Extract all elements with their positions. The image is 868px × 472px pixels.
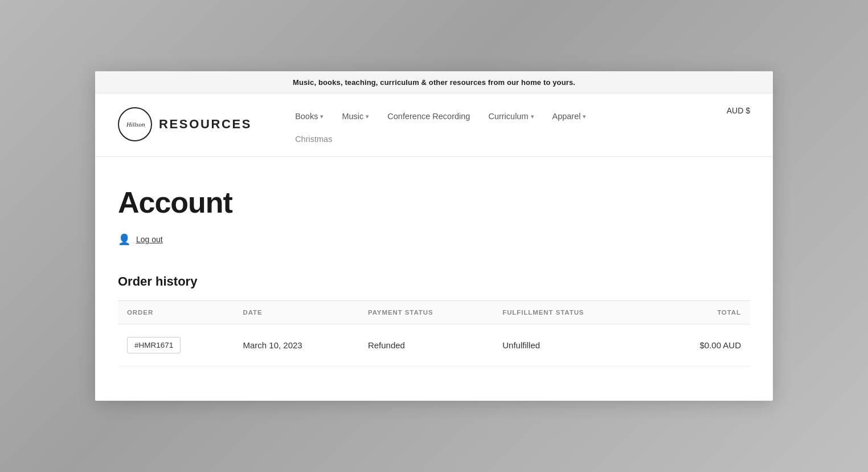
col-order: ORDER [118,301,234,324]
page-title: Account [118,185,750,219]
logout-link[interactable]: Log out [136,235,163,244]
main-window: Music, books, teaching, curriculum & oth… [95,71,773,401]
nav-curriculum[interactable]: Curriculum ▾ [479,105,543,128]
chevron-down-icon: ▾ [320,113,324,120]
nav-row-secondary: Christmas [286,128,750,150]
person-icon: 👤 [118,233,130,246]
col-total: TOTAL [654,301,750,324]
header: Hillsong RESOURCES Books ▾ Music ▾ Confe… [95,93,773,157]
logo-circle: Hillsong [118,107,152,141]
col-fulfillment-status: FULFILLMENT STATUS [493,301,654,324]
order-history-title: Order history [118,274,750,289]
nav-music[interactable]: Music ▾ [333,105,378,128]
main-content: Account 👤 Log out Order history ORDER DA… [95,157,773,401]
payment-status-cell: Refunded [359,324,493,367]
order-date-cell: March 10, 2023 [234,324,358,367]
nav-apparel[interactable]: Apparel ▾ [543,105,596,128]
hillsong-logo-icon: Hillsong [125,114,145,135]
svg-text:Hillsong: Hillsong [126,121,145,128]
nav-row-primary: Books ▾ Music ▾ Conference Recording Cur… [286,105,750,128]
nav-christmas[interactable]: Christmas [286,128,341,150]
order-number-cell: #HMR1671 [118,324,234,367]
order-number-badge[interactable]: #HMR1671 [127,337,181,353]
top-banner: Music, books, teaching, curriculum & oth… [95,71,773,93]
nav-conference-recording[interactable]: Conference Recording [378,105,479,128]
logout-row: 👤 Log out [118,233,750,246]
chevron-down-icon: ▾ [531,113,534,120]
order-history-table: ORDER DATE PAYMENT STATUS FULFILLMENT ST… [118,300,750,367]
nav-area: Books ▾ Music ▾ Conference Recording Cur… [286,105,750,150]
chevron-down-icon: ▾ [366,113,369,120]
total-cell: $0.00 AUD [654,324,750,367]
logo-area[interactable]: Hillsong RESOURCES [118,107,252,141]
currency-selector[interactable]: AUD $ [727,106,750,115]
chevron-down-icon: ▾ [583,113,586,120]
logo-text: RESOURCES [159,117,252,132]
table-row: #HMR1671 March 10, 2023 Refunded Unfulfi… [118,324,750,367]
banner-text: Music, books, teaching, curriculum & oth… [293,78,575,87]
nav-books[interactable]: Books ▾ [286,105,333,128]
col-payment-status: PAYMENT STATUS [359,301,493,324]
table-header-row: ORDER DATE PAYMENT STATUS FULFILLMENT ST… [118,301,750,324]
fulfillment-status-cell: Unfulfilled [493,324,654,367]
col-date: DATE [234,301,358,324]
